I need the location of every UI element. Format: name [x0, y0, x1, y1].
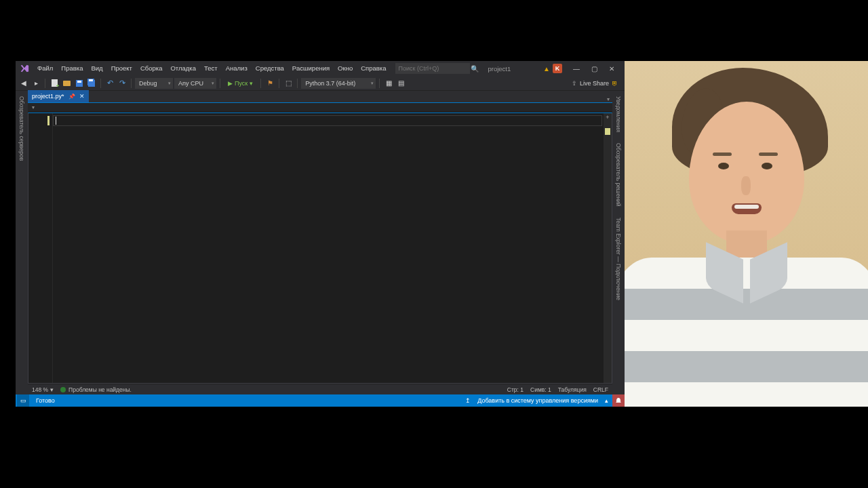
menu-view[interactable]: Вид: [87, 61, 106, 76]
publish-icon[interactable]: ↥: [465, 397, 471, 404]
text-caret: [56, 117, 56, 125]
caret-col-indicator[interactable]: Симв: 1: [530, 386, 551, 393]
step-button[interactable]: ⬚: [283, 77, 294, 89]
close-tab-icon[interactable]: ✕: [79, 93, 85, 100]
modified-line-marker: [47, 116, 50, 125]
nav-fwd-button[interactable]: ▸: [31, 77, 41, 89]
file-tab-label: project1.py*: [32, 93, 64, 100]
server-explorer-tab[interactable]: Обозреватель серверов: [18, 94, 25, 163]
notifications-tab[interactable]: Уведомления: [615, 94, 622, 135]
webcam-overlay: [625, 61, 868, 407]
start-debug-label: Пуск: [235, 80, 248, 87]
menu-build[interactable]: Сборка: [136, 61, 167, 76]
ok-icon: [60, 387, 66, 392]
team-explorer-tab[interactable]: Team Explorer — Подключение: [615, 215, 622, 303]
save-all-button[interactable]: [86, 77, 97, 89]
menu-edit[interactable]: Правка: [57, 61, 87, 76]
add-source-control[interactable]: Добавить в систему управления версиями: [475, 397, 601, 404]
menu-analyze[interactable]: Анализ: [222, 61, 252, 76]
config-combo[interactable]: Debug: [135, 78, 173, 89]
close-button[interactable]: ✕: [603, 61, 620, 76]
left-side-tabs: Обозреватель серверов: [16, 91, 28, 394]
quick-search-input[interactable]: [395, 63, 470, 74]
menu-debug[interactable]: Отладка: [166, 61, 200, 76]
vertical-scrollbar[interactable]: +: [604, 113, 612, 383]
current-line-highlight: [53, 115, 602, 126]
platform-combo[interactable]: Any CPU: [174, 78, 216, 89]
python-env-combo[interactable]: Python 3.7 (64-bit): [301, 78, 376, 89]
menu-tools[interactable]: Средства: [252, 61, 288, 76]
menu-file[interactable]: Файл: [33, 61, 57, 76]
start-debug-button[interactable]: ▶ Пуск ▾: [224, 80, 257, 87]
undo-button[interactable]: ↶: [104, 77, 115, 89]
minimize-button[interactable]: —: [568, 61, 585, 76]
menu-project[interactable]: Проект: [107, 61, 136, 76]
user-avatar[interactable]: K: [553, 64, 562, 73]
warning-icon[interactable]: ▲: [543, 65, 550, 73]
split-window-icon[interactable]: +: [604, 114, 611, 121]
menu-window[interactable]: Окно: [334, 61, 357, 76]
scroll-marker: [605, 128, 610, 135]
attach-button[interactable]: ⚑: [264, 77, 275, 89]
status-ready: Готово: [33, 397, 58, 404]
live-share-icon[interactable]: ⇪: [572, 80, 577, 87]
new-file-button[interactable]: [49, 77, 60, 89]
menu-help[interactable]: Справка: [357, 61, 390, 76]
nav-back-button[interactable]: ◀: [18, 77, 29, 89]
menu-extensions[interactable]: Расширения: [288, 61, 334, 76]
editor-gutter: [28, 113, 53, 383]
code-editor[interactable]: +: [28, 113, 612, 384]
visual-studio-window: Файл Правка Вид Проект Сборка Отладка Те…: [16, 61, 625, 407]
open-button[interactable]: [61, 77, 73, 89]
maximize-button[interactable]: ▢: [585, 61, 603, 76]
file-tab-project1[interactable]: project1.py* 📌 ✕: [28, 90, 89, 102]
save-button[interactable]: [74, 77, 85, 89]
solution-explorer-tab[interactable]: Обозреватель решений: [615, 140, 622, 209]
admin-shield-icon[interactable]: ⛨: [612, 80, 618, 87]
notifications-badge[interactable]: [612, 394, 625, 407]
grid-button-1[interactable]: ▦: [383, 77, 394, 89]
tab-overflow-icon[interactable]: ▾: [607, 96, 612, 102]
caret-line-indicator[interactable]: Стр: 1: [507, 386, 524, 393]
document-tab-strip: project1.py* 📌 ✕ ▾: [28, 91, 612, 103]
line-ending-mode[interactable]: CRLF: [593, 386, 608, 393]
zoom-level[interactable]: 148 % ▾: [32, 386, 54, 393]
indent-mode[interactable]: Табуляция: [558, 386, 587, 393]
title-bar: Файл Правка Вид Проект Сборка Отладка Те…: [16, 61, 625, 76]
menu-test[interactable]: Тест: [200, 61, 222, 76]
grid-button-2[interactable]: ▤: [395, 77, 406, 89]
status-bar: ▭ Готово ↥ Добавить в систему управления…: [16, 394, 625, 407]
main-toolbar: ◀ ▸ ↶ ↷ Debug Any CPU ▶ Пуск ▾ ⚑ ⬚ Pytho…: [16, 76, 625, 91]
nav-dropdown-bar[interactable]: ▾: [28, 103, 612, 113]
feedback-icon[interactable]: ▭: [17, 394, 29, 407]
pin-icon[interactable]: 📌: [68, 94, 75, 100]
right-side-tabs: Уведомления Обозреватель решений Team Ex…: [612, 91, 625, 394]
live-share-label[interactable]: Live Share: [580, 80, 609, 87]
issues-indicator[interactable]: Проблемы не найдены.: [60, 386, 132, 393]
vs-logo-icon: [20, 64, 29, 73]
search-icon[interactable]: 🔍: [470, 65, 479, 73]
editor-status-strip: 148 % ▾ Проблемы не найдены. Стр: 1 Симв…: [28, 384, 612, 394]
presenter-figure: [625, 61, 868, 407]
solution-title: project1: [479, 65, 543, 73]
chevron-up-icon[interactable]: ▴: [605, 397, 608, 404]
redo-button[interactable]: ↷: [117, 77, 127, 89]
